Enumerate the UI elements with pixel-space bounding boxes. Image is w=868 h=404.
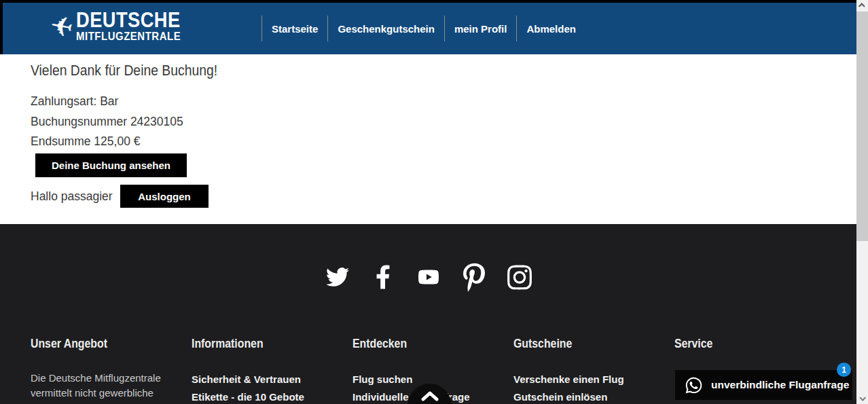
payment-method: Zahlungsart: Bar (31, 92, 183, 112)
page-title-text: Vielen Dank für Deine Buchung! (31, 62, 217, 79)
whatsapp-icon (685, 376, 703, 394)
logo-line2: MITFLUGZENTRALE (76, 31, 181, 43)
footer-col-unser-angebot: Unser Angebot Die Deutsche Mitflugzentra… (31, 337, 192, 404)
footer-text-line: vermittelt nicht gewerbliche (31, 386, 192, 401)
logo-text: DEUTSCHE MITFLUGZENTRALE (76, 10, 195, 43)
nav-item-abmelden[interactable]: Abmelden (517, 23, 585, 35)
footer-col-gutscheine: Gutscheine Verschenke einen Flug Gutsche… (513, 337, 674, 404)
whatsapp-inquiry-widget[interactable]: unverbindliche Fluganfrage (675, 370, 852, 400)
chevron-up-icon (420, 390, 439, 401)
booking-details: Zahlungsart: Bar Buchungsnummer 24230105… (31, 92, 183, 152)
scrollbar-thumb[interactable] (856, 12, 868, 241)
footer-col-informationen: Informationen Sicherheit & Vertrauen Eti… (192, 337, 352, 404)
whatsapp-label: unverbindliche Fluganfrage (711, 379, 849, 391)
footer-heading: Informationen (192, 337, 264, 351)
vertical-scrollbar[interactable] (856, 0, 868, 404)
facebook-icon[interactable] (369, 262, 397, 292)
view-booking-button[interactable]: Deine Buchung ansehen (35, 153, 187, 177)
footer-heading: Gutscheine (513, 337, 572, 351)
social-icons-row (0, 262, 856, 292)
nav-item-geschenkgutschein[interactable]: Geschenkgutschein (328, 23, 444, 35)
nav-item-startseite[interactable]: Startseite (262, 23, 327, 35)
notification-badge: 1 (837, 363, 851, 377)
airplane-icon: ✈ (48, 11, 75, 41)
footer-link-gutschein-einloesen[interactable]: Gutschein einlösen (513, 388, 674, 404)
chevron-up-icon (858, 3, 865, 10)
footer-heading: Service (674, 337, 712, 351)
site-logo[interactable]: ✈ DEUTSCHE MITFLUGZENTRALE (50, 10, 195, 43)
total-amount: Endsumme 125,00 € (31, 132, 183, 152)
twitter-icon[interactable] (324, 262, 351, 292)
site-header: ✈ DEUTSCHE MITFLUGZENTRALE Startseite Ge… (0, 0, 856, 54)
nav-item-mein-profil[interactable]: mein Profil (445, 23, 517, 35)
user-greeting: Hallo passagier (31, 185, 113, 208)
chevron-down-icon (859, 394, 866, 401)
main-nav: Startseite Geschenkgutschein mein Profil… (261, 3, 585, 54)
scrollbar-up-button[interactable] (856, 0, 868, 12)
instagram-icon[interactable] (506, 262, 533, 292)
youtube-icon[interactable] (415, 262, 442, 292)
footer-heading: Unser Angebot (31, 337, 107, 351)
footer-link-etikette[interactable]: Etikette - die 10 Gebote (192, 388, 352, 404)
logo-line1: DEUTSCHE (76, 10, 181, 31)
scrollbar-down-button[interactable] (856, 392, 868, 404)
footer-link-verschenke-einen-flug[interactable]: Verschenke einen Flug (513, 371, 674, 388)
pinterest-icon[interactable] (460, 262, 488, 292)
footer-text-line: Die Deutsche Mitflugzentrale (31, 371, 192, 386)
logout-button[interactable]: Ausloggen (120, 185, 209, 208)
page-title: Vielen Dank für Deine Buchung! (31, 62, 243, 79)
footer-heading: Entdecken (352, 337, 407, 351)
booking-number: Buchungsnummer 24230105 (31, 112, 183, 132)
footer-link-sicherheit[interactable]: Sicherheit & Vertrauen (192, 371, 352, 388)
